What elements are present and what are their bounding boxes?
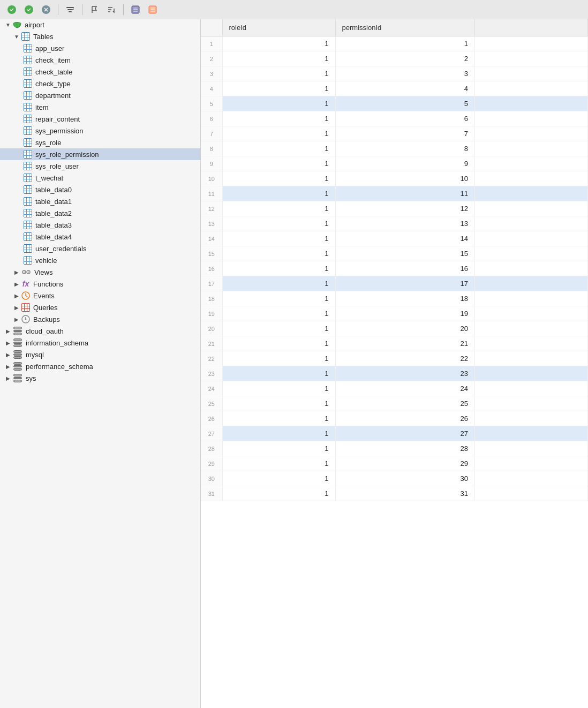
- toolbar-icon-2[interactable]: [21, 3, 36, 16]
- data-table-wrapper[interactable]: roleId permissionId 1 1 1 2 1 2 3 1 3 4 …: [201, 19, 588, 708]
- table-row[interactable]: 16 1 16: [201, 261, 588, 276]
- sidebar-events[interactable]: ▶ Events: [0, 290, 200, 302]
- toolbar-icon-3[interactable]: [39, 3, 54, 16]
- sidebar-views[interactable]: ▶ Views: [0, 266, 200, 278]
- table-row[interactable]: 27 1 27: [201, 426, 588, 441]
- empty-cell: [474, 156, 587, 171]
- toolbar-sep-1: [58, 4, 58, 15]
- table-row[interactable]: 17 1 17: [201, 276, 588, 291]
- table-row[interactable]: 14 1 14: [201, 231, 588, 246]
- sidebar-table-user_credentials[interactable]: user_credentials: [0, 243, 200, 254]
- db-label: performance_schema: [26, 363, 93, 371]
- table-row[interactable]: 29 1 29: [201, 456, 588, 471]
- table-grid-icon: [24, 244, 32, 253]
- sidebar-database-airport[interactable]: ▼ airport: [0, 19, 200, 31]
- sidebar-queries[interactable]: ▶ Queries: [0, 302, 200, 313]
- table-row[interactable]: 24 1 24: [201, 381, 588, 396]
- sidebar-table-vehicle[interactable]: vehicle: [0, 254, 200, 266]
- role-id-cell: 1: [222, 291, 335, 306]
- row-number: 2: [201, 51, 222, 66]
- sidebar-table-repair_content[interactable]: repair_content: [0, 113, 200, 125]
- sidebar-table-t_wechat[interactable]: t_wechat: [0, 172, 200, 184]
- table-row[interactable]: 4 1 4: [201, 81, 588, 96]
- filter-button[interactable]: [63, 3, 78, 16]
- table-row[interactable]: 13 1 13: [201, 216, 588, 231]
- db-expand-icon: ▶: [4, 339, 12, 347]
- table-row[interactable]: 18 1 18: [201, 291, 588, 306]
- empty-cell: [474, 81, 587, 96]
- sidebar-tables-section[interactable]: ▼ Tables: [0, 31, 200, 42]
- sidebar-table-check_item[interactable]: check_item: [0, 54, 200, 66]
- table-grid-icon: [24, 138, 32, 147]
- sidebar-table-sys_role_user[interactable]: sys_role_user: [0, 160, 200, 172]
- permission-id-cell: 8: [335, 141, 474, 156]
- sidebar-table-table_data3[interactable]: table_data3: [0, 219, 200, 231]
- sidebar-db-information_schema[interactable]: ▶ information_schema: [0, 337, 200, 349]
- table-row[interactable]: 5 1 5: [201, 96, 588, 111]
- table-row[interactable]: 23 1 23: [201, 366, 588, 381]
- empty-cell: [474, 291, 587, 306]
- sidebar-table-sys_role[interactable]: sys_role: [0, 137, 200, 148]
- table-item-label: table_data0: [35, 186, 72, 194]
- table-grid-icon: [24, 150, 32, 159]
- role-id-cell: 1: [222, 306, 335, 321]
- permission-id-header[interactable]: permissionId: [335, 19, 474, 36]
- db-stack-icon: [13, 362, 22, 371]
- row-num-header: [201, 19, 222, 36]
- table-row[interactable]: 2 1 2: [201, 51, 588, 66]
- table-row[interactable]: 3 1 3: [201, 66, 588, 81]
- sidebar-table-table_data1[interactable]: table_data1: [0, 195, 200, 207]
- sidebar-db-mysql[interactable]: ▶ mysql: [0, 349, 200, 360]
- sidebar-table-table_data4[interactable]: table_data4: [0, 231, 200, 243]
- table-row[interactable]: 9 1 9: [201, 156, 588, 171]
- table-row[interactable]: 7 1 7: [201, 126, 588, 141]
- sidebar-db-sys[interactable]: ▶ sys: [0, 372, 200, 384]
- table-row[interactable]: 31 1 31: [201, 486, 588, 501]
- sidebar-table-app_user[interactable]: app_user: [0, 42, 200, 54]
- sidebar-table-table_data0[interactable]: table_data0: [0, 184, 200, 195]
- import-button[interactable]: [145, 3, 160, 16]
- table-row[interactable]: 8 1 8: [201, 141, 588, 156]
- table-row[interactable]: 12 1 12: [201, 201, 588, 216]
- row-number: 5: [201, 96, 222, 111]
- sidebar-table-sys_role_permission[interactable]: sys_role_permission: [0, 148, 200, 160]
- svg-point-22: [28, 272, 29, 273]
- sidebar-table-table_data2[interactable]: table_data2: [0, 207, 200, 219]
- permission-id-cell: 18: [335, 291, 474, 306]
- export-button[interactable]: [128, 3, 143, 16]
- table-row[interactable]: 28 1 28: [201, 441, 588, 456]
- svg-rect-5: [69, 11, 72, 12]
- table-row[interactable]: 15 1 15: [201, 246, 588, 261]
- sidebar-db-performance_schema[interactable]: ▶ performance_schema: [0, 360, 200, 372]
- role-id-header[interactable]: roleId: [222, 19, 335, 36]
- sidebar-table-item[interactable]: item: [0, 101, 200, 113]
- airport-db-icon: [13, 21, 21, 29]
- table-row[interactable]: 20 1 20: [201, 321, 588, 336]
- table-row[interactable]: 22 1 22: [201, 351, 588, 366]
- sidebar-table-sys_permission[interactable]: sys_permission: [0, 125, 200, 137]
- empty-cell: [474, 36, 587, 51]
- toolbar-icon-1[interactable]: [4, 3, 19, 16]
- flag-button[interactable]: [87, 3, 102, 16]
- db-label: information_schema: [26, 339, 88, 347]
- table-row[interactable]: 19 1 19: [201, 306, 588, 321]
- table-row[interactable]: 30 1 30: [201, 471, 588, 486]
- table-row[interactable]: 10 1 10: [201, 171, 588, 186]
- sidebar-functions[interactable]: ▶ fx Functions: [0, 278, 200, 290]
- sidebar-table-check_type[interactable]: check_type: [0, 78, 200, 89]
- sidebar-backups[interactable]: ▶ Backups: [0, 313, 200, 325]
- table-row[interactable]: 25 1 25: [201, 396, 588, 411]
- role-id-cell: 1: [222, 441, 335, 456]
- table-row[interactable]: 6 1 6: [201, 111, 588, 126]
- sidebar: ▼ airport ▼ Tables app_user: [0, 19, 201, 708]
- table-row[interactable]: 21 1 21: [201, 336, 588, 351]
- sidebar-table-department[interactable]: department: [0, 89, 200, 101]
- sidebar-db-cloud_oauth[interactable]: ▶ cloud_oauth: [0, 325, 200, 337]
- table-row[interactable]: 11 1 11: [201, 186, 588, 201]
- sort-button[interactable]: [104, 3, 119, 16]
- table-row[interactable]: 26 1 26: [201, 411, 588, 426]
- table-item-label: sys_role_permission: [35, 150, 99, 159]
- sidebar-table-check_table[interactable]: check_table: [0, 66, 200, 78]
- table-row[interactable]: 1 1 1: [201, 36, 588, 51]
- table-item-label: table_data3: [35, 221, 72, 229]
